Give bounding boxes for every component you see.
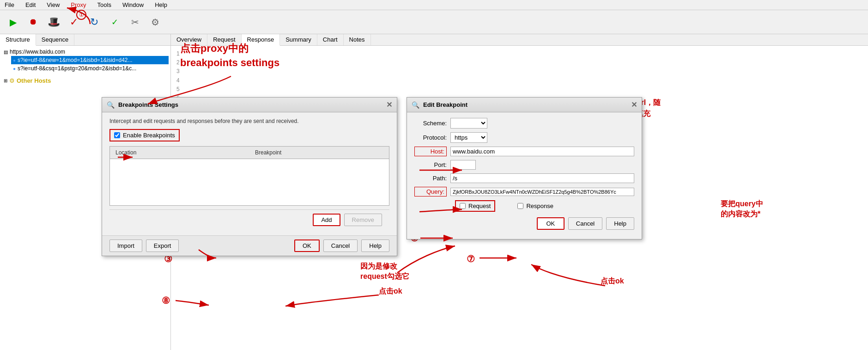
dot-icon-1: ● [13, 58, 16, 63]
menu-help[interactable]: Help [152, 0, 170, 9]
scheme-label: Scheme: [414, 120, 447, 127]
col-breakpoint: Breakpoint [249, 148, 389, 157]
port-input[interactable] [450, 160, 476, 170]
menu-edit[interactable]: Edit [23, 0, 38, 9]
right-tab-bar: Overview Request Response Summary Chart … [171, 34, 868, 46]
bp-cancel-button[interactable]: Cancel [323, 239, 358, 252]
response-checkbox[interactable] [517, 203, 523, 209]
tab-chart[interactable]: Chart [317, 34, 344, 45]
query-label: Query: [414, 187, 447, 196]
checkbox-row-eb: Request Response [414, 200, 634, 212]
bp-table: Location Breakpoint [109, 146, 389, 206]
tree-child-1-label: s?ie=utf-8&new=1&mod=1&isbd=1&isid=d42..… [18, 57, 133, 63]
bp-bottom-bar: Import Export OK Cancel Help [102, 235, 397, 256]
eb-dialog-body: Scheme: http https Protocol: https http … [407, 112, 642, 239]
tree-child-1[interactable]: ● s?ie=utf-8&new=1&mod=1&isbd=1&isid=d42… [11, 56, 169, 64]
tree-child-2[interactable]: ● s?ie=utf-8&csq=1&pstg=20&mod=2&isbd=1&… [11, 64, 169, 73]
enable-breakpoints-label: Enable Breakpoints [123, 132, 175, 139]
query-input[interactable] [450, 188, 634, 196]
bp-table-body [110, 159, 389, 205]
path-input[interactable] [450, 173, 634, 183]
other-hosts-label: Other Hosts [17, 77, 51, 84]
settings-button[interactable]: ⚙ [146, 13, 164, 31]
tree-other-hosts[interactable]: ⊞ ⚙ Other Hosts [2, 76, 169, 85]
remove-button[interactable]: Remove [344, 214, 382, 226]
protocol-select[interactable]: https http [450, 132, 487, 143]
bp-help-button[interactable]: Help [361, 239, 389, 252]
menu-proxy[interactable]: Proxy [68, 0, 89, 9]
eb-icon: 🔍 [412, 101, 419, 109]
bp-title-text: Breakpoints Settings [118, 101, 178, 108]
path-row: Path: [414, 173, 634, 183]
port-label: Port: [414, 161, 447, 168]
bp-close-button[interactable]: ✕ [386, 100, 392, 109]
step8-label: ⑧ [162, 295, 170, 306]
export-button[interactable]: Export [146, 239, 179, 252]
step7-label: ⑦ [467, 253, 475, 264]
tab-notes[interactable]: Notes [344, 34, 371, 45]
tab-summary[interactable]: Summary [280, 34, 317, 45]
port-row: Port: [414, 160, 634, 170]
tab-structure[interactable]: Structure [0, 34, 36, 46]
eb-buttons: OK Cancel Help [414, 217, 634, 233]
start-button[interactable]: ▶ [4, 13, 22, 31]
host-row: Host: [414, 147, 634, 156]
eb-close-button[interactable]: ✕ [631, 100, 637, 109]
tab-response[interactable]: Response [242, 34, 280, 46]
tab-sequence[interactable]: Sequence [36, 34, 75, 45]
tree-root[interactable]: ▤ https://www.baidu.com [2, 48, 169, 56]
plus-icon: ⊞ [4, 78, 7, 83]
dot-icon-2: ● [13, 66, 16, 71]
scheme-select[interactable]: http https [450, 118, 487, 129]
bp-dialog-body: Intercept and edit requests and response… [102, 112, 397, 235]
menubar: File Edit View Proxy Tools Window Help [0, 0, 868, 10]
other-hosts-icon: ⚙ [9, 77, 15, 84]
menu-window[interactable]: Window [120, 0, 146, 9]
bp-description: Intercept and edit requests and response… [109, 118, 389, 124]
tree-children: ● s?ie=utf-8&new=1&mod=1&isbd=1&isid=d42… [2, 56, 169, 73]
add-button[interactable]: Add [313, 214, 340, 226]
eb-dialog: 🔍 Edit Breakpoint ✕ Scheme: http https P… [407, 97, 642, 239]
enable-breakpoints-checkbox[interactable] [114, 132, 120, 138]
eb-title-text: Edit Breakpoint [423, 101, 467, 108]
path-label: Path: [414, 175, 447, 182]
host-input[interactable] [450, 147, 634, 156]
tab-request[interactable]: Request [207, 34, 241, 45]
forward-check-button[interactable]: ✓ ① [65, 13, 83, 31]
enable-breakpoints-row: Enable Breakpoints [109, 129, 180, 141]
left-tab-bar: Structure Sequence [0, 34, 170, 46]
tree-root-label: https://www.baidu.com [10, 49, 65, 55]
response-checkbox-field: Response [517, 203, 553, 209]
protocol-label: Protocol: [414, 134, 447, 141]
scissors-button[interactable]: ✂ [126, 13, 144, 31]
request-label: Request [468, 203, 491, 209]
bp-dialog-title: 🔍 Breakpoints Settings ✕ [102, 98, 397, 112]
import-button[interactable]: Import [109, 239, 142, 252]
bp-table-header: Location Breakpoint [110, 147, 389, 159]
protocol-row: Protocol: https http [414, 132, 634, 143]
menu-view[interactable]: View [44, 0, 62, 9]
step1-circle: ① [76, 10, 86, 20]
query-row: Query: [414, 187, 634, 196]
eb-dialog-title: 🔍 Edit Breakpoint ✕ [407, 98, 642, 112]
bp-icon: 🔍 [107, 101, 115, 109]
intercept-button[interactable]: 🎩 [44, 13, 63, 31]
host-label: Host: [414, 147, 447, 156]
menu-file[interactable]: File [2, 0, 17, 9]
eb-ok-button[interactable]: OK [537, 217, 565, 230]
line-numbers: 123456 [173, 48, 866, 104]
eb-help-button[interactable]: Help [606, 217, 634, 230]
tree-child-2-label: s?ie=utf-8&csq=1&pstg=20&mod=2&isbd=1&c.… [18, 65, 136, 72]
bp-dialog-action-buttons: Add Remove [109, 209, 389, 230]
toolbar: ▶ ⏺ 🎩 ✓ ① ↻ ✓ ✂ ⚙ [0, 10, 868, 34]
request-checkbox[interactable] [460, 203, 466, 209]
menu-tools[interactable]: Tools [95, 0, 114, 9]
tab-overview[interactable]: Overview [171, 34, 207, 45]
expand-icon: ▤ [4, 49, 8, 55]
eb-cancel-button[interactable]: Cancel [568, 217, 602, 230]
bp-dialog: 🔍 Breakpoints Settings ✕ Intercept and e… [102, 97, 397, 256]
stop-button[interactable]: ⏺ [24, 13, 42, 31]
check-button[interactable]: ✓ [105, 13, 124, 31]
bp-ok-button[interactable]: OK [294, 239, 320, 252]
refresh-button[interactable]: ↻ [85, 13, 103, 31]
